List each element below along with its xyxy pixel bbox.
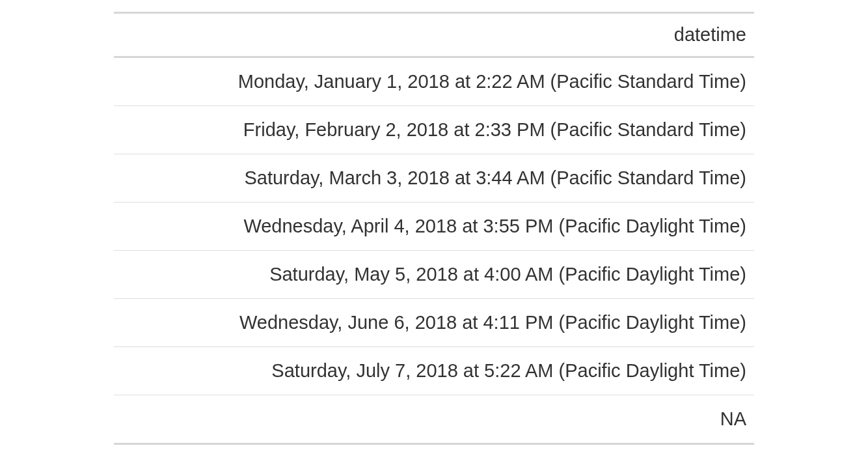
table-row: Wednesday, June 6, 2018 at 4:11 PM (Paci… bbox=[114, 299, 754, 347]
datetime-cell: Saturday, March 3, 2018 at 3:44 AM (Paci… bbox=[114, 154, 754, 203]
datetime-cell: Saturday, July 7, 2018 at 5:22 AM (Pacif… bbox=[114, 347, 754, 395]
table-row: Saturday, March 3, 2018 at 3:44 AM (Paci… bbox=[114, 154, 754, 203]
table-row: Friday, February 2, 2018 at 2:33 PM (Pac… bbox=[114, 106, 754, 154]
table-row: NA bbox=[114, 395, 754, 444]
table-header-row: datetime bbox=[114, 13, 754, 57]
table-row: Saturday, July 7, 2018 at 5:22 AM (Pacif… bbox=[114, 347, 754, 395]
table-row: Saturday, May 5, 2018 at 4:00 AM (Pacifi… bbox=[114, 251, 754, 299]
datetime-cell: Friday, February 2, 2018 at 2:33 PM (Pac… bbox=[114, 106, 754, 154]
column-header-datetime: datetime bbox=[114, 13, 754, 57]
table-row: Monday, January 1, 2018 at 2:22 AM (Paci… bbox=[114, 57, 754, 106]
datetime-cell: Wednesday, June 6, 2018 at 4:11 PM (Paci… bbox=[114, 299, 754, 347]
datetime-cell: Saturday, May 5, 2018 at 4:00 AM (Pacifi… bbox=[114, 251, 754, 299]
datetime-table: datetime Monday, January 1, 2018 at 2:22… bbox=[114, 12, 754, 445]
datetime-cell: NA bbox=[114, 395, 754, 444]
datetime-cell: Wednesday, April 4, 2018 at 3:55 PM (Pac… bbox=[114, 203, 754, 251]
table-row: Wednesday, April 4, 2018 at 3:55 PM (Pac… bbox=[114, 203, 754, 251]
datetime-cell: Monday, January 1, 2018 at 2:22 AM (Paci… bbox=[114, 57, 754, 106]
